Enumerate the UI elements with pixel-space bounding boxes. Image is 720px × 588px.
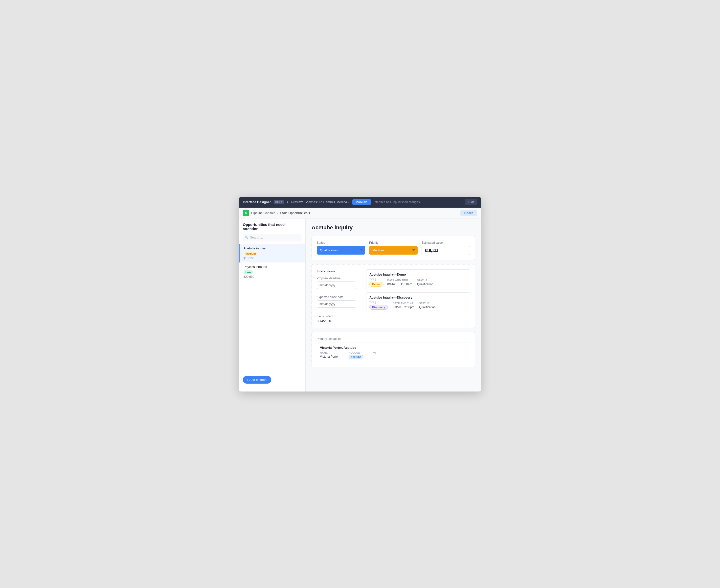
- status-value: Qualification: [417, 282, 433, 286]
- details-interactions-section: Interactions Proposal deadline Expected …: [311, 264, 475, 328]
- opportunity-value: $15,133: [244, 256, 302, 260]
- date-col: DATE AND TIME 8/3/20... 2:00pm: [393, 302, 414, 309]
- sidebar-footer: + Add element: [239, 372, 305, 387]
- interaction-card-discovery: Acetube inquiry—Discovery TYPE Discovery…: [366, 292, 470, 313]
- status-priority-value-section: Status Qualification Priority Medium Est…: [311, 236, 475, 260]
- date-value: 8/14/20... 11:00am: [388, 282, 412, 286]
- add-element-button[interactable]: + Add element: [243, 376, 271, 384]
- name-col: NAME Victoria Porter: [320, 352, 339, 359]
- primary-contact-card: Victoria Porter, Acetube NAME Victoria P…: [317, 342, 470, 362]
- breadcrumb-app-name[interactable]: Pipeline Console: [251, 211, 275, 215]
- interactions-column: Acetube inquiry—Demo TYPE Demo DATE AND …: [361, 265, 475, 328]
- status-value: Qualification: [419, 306, 435, 309]
- primary-contact-meta: NAME Victoria Porter ACCOUNT Acetube VIP: [320, 352, 467, 359]
- priority-label: Priority: [369, 241, 418, 245]
- interactions-column-label: Interactions: [317, 269, 356, 273]
- status-label: Status: [317, 241, 365, 245]
- breadcrumb-chevron-icon: ▾: [309, 211, 310, 215]
- sidebar-item-acetube-inquiry[interactable]: Acetube inquiry Medium $15,133: [239, 244, 305, 262]
- last-contact-value: 8/14/2020: [317, 319, 356, 323]
- type-col: TYPE Discovery: [369, 301, 388, 310]
- app-window: Interface Designer BETA Preview View as:…: [239, 197, 481, 392]
- unpublished-message: Interface has unpublished changes: [374, 201, 420, 204]
- account-badge: Acetube: [349, 355, 363, 359]
- primary-contact-section-label: Primary contact for: [317, 337, 470, 341]
- app-name: Interface Designer: [243, 200, 271, 204]
- proposal-deadline-field: Proposal deadline: [317, 277, 356, 292]
- interaction-card-demo: Acetube inquiry—Demo TYPE Demo DATE AND …: [366, 269, 470, 290]
- preview-button[interactable]: Preview: [291, 200, 303, 204]
- expected-close-input[interactable]: [317, 300, 356, 308]
- status-col: STATUS Qualification: [417, 279, 433, 286]
- status-select[interactable]: Qualification: [317, 246, 365, 255]
- estimated-value-label: Estimated value: [421, 241, 470, 245]
- opportunity-name: Payless inbound: [244, 265, 302, 269]
- priority-select[interactable]: Medium: [369, 246, 418, 255]
- publish-button[interactable]: Publish: [352, 199, 371, 205]
- content-area: Acetube inquiry Status Qualification Pri…: [306, 218, 481, 392]
- last-contact-label: Last contact: [317, 315, 356, 318]
- priority-field: Priority Medium: [369, 241, 418, 255]
- app-icon: S: [243, 210, 249, 216]
- contact-name-value: Victoria Porter: [320, 355, 339, 358]
- vip-col: VIP: [373, 352, 377, 359]
- primary-contact-section: Primary contact for Victoria Porter, Ace…: [311, 332, 475, 367]
- share-button[interactable]: Share: [460, 210, 477, 216]
- breadcrumb-bar: S Pipeline Console / Stale Opportunities…: [239, 208, 481, 218]
- exit-button[interactable]: Exit: [465, 199, 477, 205]
- top-bar-left: Interface Designer BETA Preview View as:…: [243, 199, 461, 205]
- type-badge-demo: Demo: [369, 282, 383, 287]
- dot-separator: [287, 202, 288, 203]
- sidebar-title: Opportunities that need attention!: [239, 223, 305, 234]
- main-layout: Opportunities that need attention! 🔍 Ace…: [239, 218, 481, 392]
- search-icon: 🔍: [245, 235, 248, 239]
- interaction-meta: TYPE Discovery DATE AND TIME 8/3/20... 2…: [369, 301, 467, 310]
- type-badge-discovery: Discovery: [369, 305, 388, 310]
- search-input[interactable]: [243, 234, 302, 241]
- date-value: 8/3/20... 2:00pm: [393, 306, 414, 309]
- status-col: STATUS Qualification: [419, 302, 435, 309]
- date-col: DATE AND TIME 8/14/20... 11:00am: [388, 279, 412, 286]
- priority-badge: Low: [244, 270, 253, 274]
- spv-row: Status Qualification Priority Medium Est…: [317, 241, 470, 255]
- proposal-deadline-input[interactable]: [317, 281, 356, 289]
- estimated-value-field: Estimated value: [421, 241, 470, 255]
- breadcrumb-separator: /: [277, 211, 279, 215]
- beta-badge: BETA: [274, 200, 284, 204]
- view-as-button[interactable]: View as: Ari Ramírez-Medina ▾: [306, 200, 349, 204]
- breadcrumb-current-view[interactable]: Stale Opportunities ▾: [280, 211, 310, 215]
- estimated-value-input[interactable]: [421, 246, 470, 255]
- account-col: ACCOUNT Acetube: [349, 352, 363, 359]
- last-contact-field: Last contact 8/14/2020: [317, 315, 356, 323]
- breadcrumb: S Pipeline Console / Stale Opportunities…: [243, 210, 310, 216]
- opportunity-name: Acetube inquiry: [244, 247, 302, 250]
- status-field: Status Qualification: [317, 241, 365, 255]
- primary-contact-title: Victoria Porter, Acetube: [320, 346, 467, 350]
- type-col: TYPE Demo: [369, 278, 383, 287]
- top-bar: Interface Designer BETA Preview View as:…: [239, 197, 481, 208]
- expected-close-field: Expected close date: [317, 295, 356, 311]
- details-column: Interactions Proposal deadline Expected …: [312, 265, 361, 328]
- opportunity-value: $20,999: [244, 275, 302, 278]
- sidebar-search-container: 🔍: [243, 234, 302, 241]
- interaction-meta: TYPE Demo DATE AND TIME 8/14/20... 11:00…: [369, 278, 467, 287]
- page-title: Acetube inquiry: [311, 225, 475, 231]
- view-as-chevron-icon: ▾: [348, 201, 349, 204]
- sidebar: Opportunities that need attention! 🔍 Ace…: [239, 218, 306, 392]
- interaction-title: Acetube inquiry—Discovery: [369, 296, 467, 299]
- sidebar-item-payless-inbound[interactable]: Payless inbound Low $20,999: [239, 262, 305, 281]
- priority-badge: Medium: [244, 252, 258, 256]
- interaction-title: Acetube inquiry—Demo: [369, 273, 467, 276]
